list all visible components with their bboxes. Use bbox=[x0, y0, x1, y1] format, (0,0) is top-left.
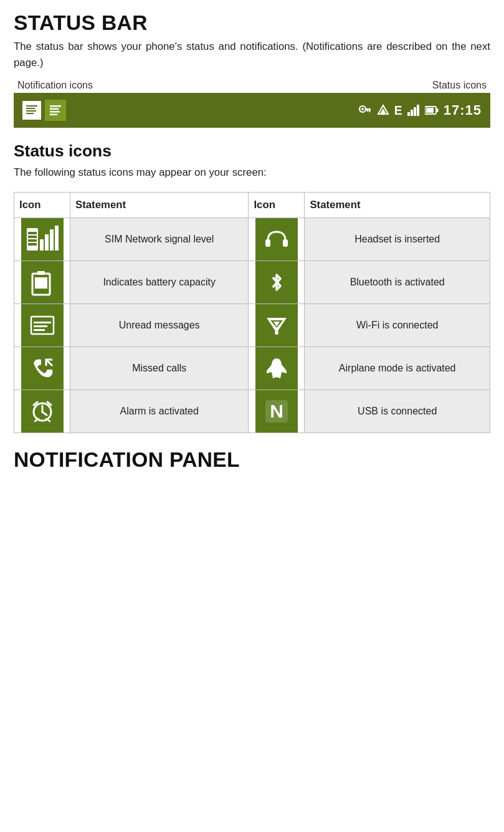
svg-rect-29 bbox=[45, 234, 49, 251]
svg-rect-27 bbox=[28, 243, 37, 246]
svg-line-52 bbox=[46, 419, 50, 421]
section2-desc: The following status icons may appear on… bbox=[14, 165, 490, 181]
wifi-status-icon bbox=[377, 104, 389, 117]
col-header-icon1: Icon bbox=[14, 193, 70, 218]
usb-icon: N bbox=[249, 390, 305, 433]
svg-text:N: N bbox=[270, 401, 283, 421]
svg-rect-17 bbox=[411, 110, 413, 116]
section2-title: Status icons bbox=[14, 141, 490, 161]
table-row: SIM Network signal level Headset is inse… bbox=[14, 218, 490, 261]
table-row: Alarm is activated N USB is connected bbox=[14, 390, 490, 433]
wifi-icon bbox=[249, 304, 305, 347]
svg-rect-16 bbox=[407, 112, 410, 116]
right-statement-3: Airplane mode is activated bbox=[305, 347, 490, 390]
status-bar-time: 17:15 bbox=[444, 102, 482, 118]
svg-rect-21 bbox=[436, 108, 438, 112]
svg-rect-6 bbox=[50, 111, 60, 113]
key-icon bbox=[358, 105, 372, 116]
svg-rect-19 bbox=[417, 105, 419, 116]
svg-rect-31 bbox=[55, 226, 59, 251]
bluetooth-icon bbox=[249, 261, 305, 304]
right-statement-0: Headset is inserted bbox=[305, 218, 490, 261]
svg-rect-5 bbox=[50, 108, 59, 110]
svg-rect-32 bbox=[265, 239, 270, 247]
left-statement-1: Indicates battery capacity bbox=[70, 261, 249, 304]
left-statement-3: Missed calls bbox=[70, 347, 249, 390]
svg-rect-30 bbox=[50, 229, 54, 251]
headset-icon bbox=[249, 218, 305, 261]
alarm-icon bbox=[14, 390, 70, 433]
svg-rect-36 bbox=[35, 277, 47, 289]
svg-rect-18 bbox=[414, 107, 416, 116]
status-icons-label: Status icons bbox=[432, 80, 487, 91]
svg-rect-4 bbox=[50, 105, 61, 107]
unread-messages-icon bbox=[14, 304, 70, 347]
svg-rect-25 bbox=[28, 236, 37, 238]
svg-rect-39 bbox=[34, 325, 47, 327]
svg-rect-26 bbox=[28, 239, 37, 242]
battery-icon bbox=[14, 261, 70, 304]
left-status-icon bbox=[45, 100, 66, 121]
icons-table: Icon Statement Icon Statement SIM Networ… bbox=[14, 192, 490, 433]
svg-rect-38 bbox=[34, 322, 51, 323]
page-main-title: STATUS BAR bbox=[14, 11, 490, 35]
svg-rect-0 bbox=[26, 105, 37, 107]
notification-panel-title: NOTIFICATION PANEL bbox=[14, 448, 490, 472]
right-statement-4: USB is connected bbox=[305, 390, 490, 433]
signal-bars-icon bbox=[407, 105, 420, 116]
svg-rect-12 bbox=[366, 110, 368, 112]
svg-rect-24 bbox=[28, 232, 37, 234]
left-statement-4: Alarm is activated bbox=[70, 390, 249, 433]
svg-rect-7 bbox=[50, 114, 57, 116]
col-header-icon2: Icon bbox=[249, 193, 305, 218]
svg-rect-22 bbox=[426, 108, 434, 113]
svg-rect-28 bbox=[40, 239, 44, 251]
airplane-mode-icon bbox=[249, 347, 305, 390]
right-statement-2: Wi-Fi is connected bbox=[305, 304, 490, 347]
svg-rect-10 bbox=[365, 108, 371, 110]
svg-rect-3 bbox=[26, 113, 34, 114]
svg-point-9 bbox=[361, 108, 364, 110]
table-row: Indicates battery capacity Bluetooth is … bbox=[14, 261, 490, 304]
intro-text: The status bar shows your phone's status… bbox=[14, 39, 490, 71]
notification-icons-label: Notification icons bbox=[17, 80, 93, 91]
status-bar-demo: E 17:15 bbox=[14, 93, 490, 128]
table-row: Missed calls Airplane mode is activated bbox=[14, 347, 490, 390]
table-row: Unread messages Wi-Fi is connected bbox=[14, 304, 490, 347]
notification-list-icon bbox=[22, 101, 41, 120]
svg-line-51 bbox=[35, 419, 39, 421]
svg-point-44 bbox=[275, 331, 278, 335]
col-header-statement1: Statement bbox=[70, 193, 249, 218]
svg-rect-11 bbox=[369, 110, 371, 113]
svg-rect-1 bbox=[26, 108, 35, 109]
battery-status-icon bbox=[425, 105, 439, 115]
status-bar-right: E 17:15 bbox=[358, 102, 482, 118]
left-statement-0: SIM Network signal level bbox=[70, 218, 249, 261]
svg-line-48 bbox=[42, 412, 47, 415]
left-statement-2: Unread messages bbox=[70, 304, 249, 347]
sim-signal-icon bbox=[14, 218, 70, 261]
svg-rect-2 bbox=[26, 110, 36, 112]
svg-point-15 bbox=[382, 113, 384, 115]
svg-rect-35 bbox=[37, 271, 45, 275]
edge-icon: E bbox=[394, 103, 402, 118]
icon-labels-row: Notification icons Status icons bbox=[14, 80, 490, 91]
svg-rect-40 bbox=[34, 329, 45, 331]
col-header-statement2: Statement bbox=[305, 193, 490, 218]
missed-calls-icon bbox=[14, 347, 70, 390]
right-statement-1: Bluetooth is activated bbox=[305, 261, 490, 304]
svg-rect-33 bbox=[283, 239, 288, 247]
status-bar-left bbox=[22, 100, 66, 121]
